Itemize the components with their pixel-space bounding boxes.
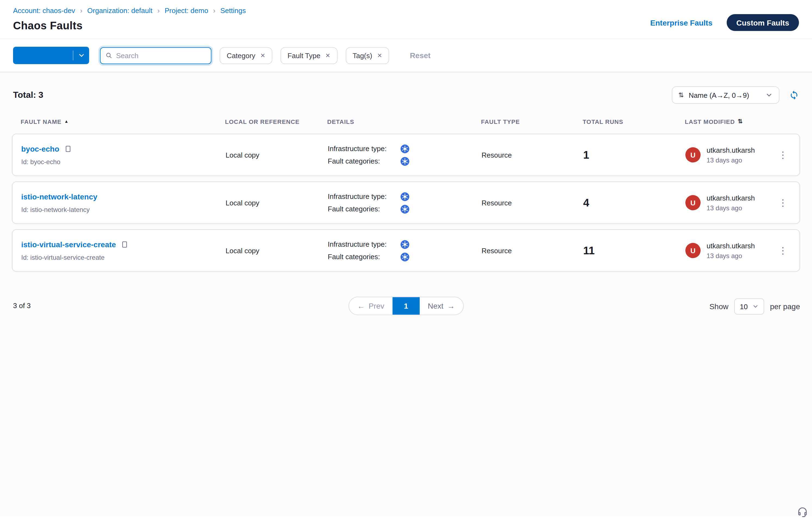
row-menu-button[interactable]: ⋮ xyxy=(775,148,791,162)
fault-categories-label: Fault categories: xyxy=(328,253,380,261)
kubernetes-icon xyxy=(401,252,409,261)
breadcrumb-project[interactable]: Project: demo xyxy=(165,6,208,15)
user-name: utkarsh.utkarsh xyxy=(707,146,755,154)
infrastructure-type-label: Infrastructure type: xyxy=(328,240,387,248)
user-name: utkarsh.utkarsh xyxy=(707,241,755,250)
table-row: byoc-echo Id: byoc-echo Local copy Infra… xyxy=(12,134,800,176)
modified-time: 13 days ago xyxy=(707,252,755,259)
tags-filter-chip[interactable]: Tag(s) ✕ xyxy=(346,47,389,64)
fault-name-link[interactable]: byoc-echo xyxy=(21,144,59,153)
category-filter-label: Category xyxy=(227,51,255,59)
arrow-left-icon: ← xyxy=(357,302,365,310)
page-number-button[interactable]: 1 xyxy=(392,297,420,315)
next-label: Next xyxy=(428,302,443,310)
chevron-right-icon: › xyxy=(157,6,160,15)
total-runs-value: 4 xyxy=(583,197,685,209)
modified-time: 13 days ago xyxy=(707,204,755,212)
last-modified-cell: U utkarsh.utkarsh 13 days ago xyxy=(685,194,767,212)
fault-type-filter-label: Fault Type xyxy=(287,51,321,59)
kubernetes-icon xyxy=(401,157,409,165)
page-size-controls: Show 10 per page xyxy=(709,298,800,315)
description-doc-icon[interactable] xyxy=(121,240,129,248)
breadcrumb-organization[interactable]: Organization: default xyxy=(87,6,152,15)
total-runs-value: 1 xyxy=(583,149,685,161)
table-row: istio-virtual-service-create Id: istio-v… xyxy=(12,229,800,272)
fault-categories-label: Fault categories: xyxy=(328,205,380,213)
fault-id: Id: istio-virtual-service-create xyxy=(21,254,226,261)
details-cell: Infrastructure type: Fault categories: xyxy=(328,144,482,165)
column-fault-name[interactable]: Fault Name ▲ xyxy=(21,118,225,125)
sort-updown-icon: ⇅ xyxy=(678,91,684,99)
search-icon xyxy=(105,52,112,59)
modified-time: 13 days ago xyxy=(707,156,755,164)
details-cell: Infrastructure type: Fault categories: xyxy=(328,192,482,213)
fault-type-cell: Resource xyxy=(482,199,583,207)
kubernetes-icon xyxy=(401,192,409,201)
prev-label: Prev xyxy=(369,302,384,310)
new-fault-button[interactable]: + New Fault xyxy=(13,47,73,64)
refresh-icon xyxy=(789,90,799,100)
column-label: Total Runs xyxy=(583,118,623,125)
toolbar: + New Fault Category ✕ Fault Type ✕ Tag(… xyxy=(0,39,812,72)
enterprise-faults-link[interactable]: Enterprise Faults xyxy=(650,18,713,27)
column-last-modified[interactable]: Last Modified ⇅ xyxy=(685,118,767,125)
search-box xyxy=(100,47,211,64)
column-fault-type: Fault Type xyxy=(481,118,583,125)
column-label: Fault Type xyxy=(481,118,520,125)
arrow-right-icon: → xyxy=(447,302,455,310)
new-fault-dropdown-button[interactable] xyxy=(73,47,89,64)
last-modified-cell: U utkarsh.utkarsh 13 days ago xyxy=(685,241,767,259)
header-right: Enterprise Faults Custom Faults xyxy=(650,14,799,31)
fault-id: Id: byoc-echo xyxy=(21,158,226,165)
fault-type-filter-chip[interactable]: Fault Type ✕ xyxy=(280,47,337,64)
close-icon[interactable]: ✕ xyxy=(377,52,382,58)
filter-chips: Category ✕ Fault Type ✕ Tag(s) ✕ xyxy=(220,47,389,64)
sort-selected-value: Name (A→Z, 0→9) xyxy=(689,91,760,99)
page-size-dropdown[interactable]: 10 xyxy=(735,298,764,315)
column-total-runs: Total Runs xyxy=(583,118,685,125)
per-page-label: per page xyxy=(770,302,800,311)
breadcrumb-settings[interactable]: Settings xyxy=(220,6,246,15)
fault-id: Id: istio-network-latency xyxy=(21,206,226,213)
reset-filters-button[interactable]: Reset xyxy=(410,51,430,60)
main-content: Total: 3 ⇅ Name (A→Z, 0→9) Fault Name ▲ … xyxy=(0,72,812,516)
avatar: U xyxy=(685,243,701,258)
row-menu-button[interactable]: ⋮ xyxy=(775,196,791,209)
details-cell: Infrastructure type: Fault categories: xyxy=(328,240,482,261)
page-size-value: 10 xyxy=(740,303,748,311)
category-filter-chip[interactable]: Category ✕ xyxy=(220,47,272,64)
prev-page-button[interactable]: ← Prev xyxy=(349,297,392,315)
search-input[interactable] xyxy=(116,51,206,59)
sort-dropdown[interactable]: ⇅ Name (A→Z, 0→9) xyxy=(672,86,779,104)
description-doc-icon[interactable] xyxy=(64,145,72,152)
fault-name-cell: istio-network-latency Id: istio-network-… xyxy=(21,192,226,213)
sort-updown-icon: ⇅ xyxy=(738,118,743,125)
fault-name-link[interactable]: istio-network-latency xyxy=(21,192,97,201)
close-icon[interactable]: ✕ xyxy=(260,52,265,58)
chevron-down-icon xyxy=(752,303,759,310)
sort-asc-icon: ▲ xyxy=(64,119,69,124)
column-label: Local or Reference xyxy=(225,118,300,125)
new-fault-split-button: + New Fault xyxy=(13,47,89,64)
support-button[interactable] xyxy=(797,506,808,518)
breadcrumb-account[interactable]: Account: chaos-dev xyxy=(13,6,75,15)
page-title: Chaos Faults xyxy=(13,20,246,32)
close-icon[interactable]: ✕ xyxy=(325,52,330,58)
column-label: Fault Name xyxy=(21,118,61,125)
total-count: Total: 3 xyxy=(13,90,43,100)
fault-name-link[interactable]: istio-virtual-service-create xyxy=(21,240,116,249)
fault-type-cell: Resource xyxy=(482,246,583,255)
fault-type-cell: Resource xyxy=(482,151,583,159)
next-page-button[interactable]: Next → xyxy=(420,297,463,315)
show-label: Show xyxy=(709,302,728,311)
total-runs-value: 11 xyxy=(583,244,685,257)
table-header-row: Fault Name ▲ Local or Reference Details … xyxy=(12,118,800,125)
refresh-button[interactable] xyxy=(789,90,799,100)
local-or-reference-cell: Local copy xyxy=(226,199,328,207)
local-or-reference-cell: Local copy xyxy=(226,246,328,255)
tags-filter-label: Tag(s) xyxy=(353,51,372,59)
user-name: utkarsh.utkarsh xyxy=(707,194,755,202)
headset-icon xyxy=(797,506,808,518)
row-menu-button[interactable]: ⋮ xyxy=(775,244,791,257)
custom-faults-button[interactable]: Custom Faults xyxy=(727,14,799,31)
